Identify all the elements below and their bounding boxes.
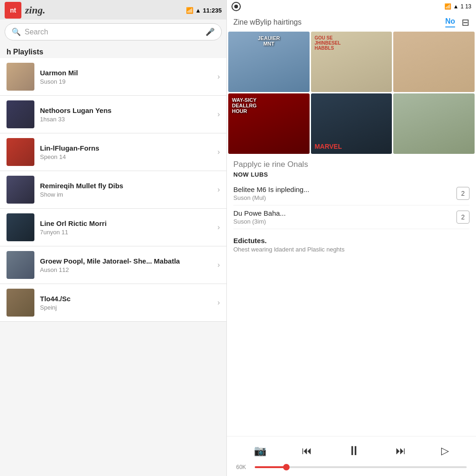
playlist-title: Tlo44./Sc bbox=[40, 295, 212, 303]
slider-label: 60K bbox=[236, 464, 250, 470]
next-button[interactable]: ⏭ bbox=[396, 445, 406, 457]
playlist-thumb bbox=[7, 289, 34, 317]
playlist-thumb bbox=[7, 251, 34, 279]
search-placeholder: Search bbox=[25, 28, 202, 36]
playlist-title: Nethoors Lugan Yens bbox=[40, 106, 212, 114]
playlist-thumb bbox=[7, 138, 34, 166]
grid-cell-4[interactable]: WAY-SICYDEALLRGHOUR bbox=[228, 93, 310, 154]
now-label: NOW LUBS bbox=[233, 171, 469, 178]
chevron-right-icon: › bbox=[218, 298, 220, 307]
right-header: Zine wBylip hairtings No ⊟ bbox=[227, 12, 476, 32]
playlist-info: Groew Poopl, Mile Jatorael- She... Mabat… bbox=[40, 257, 212, 273]
playlist-info: Nethoors Lugan Yens 1hsan 33 bbox=[40, 106, 212, 123]
grid-cell-1-label: JEAUIERMNT bbox=[232, 35, 306, 46]
left-status-icons: 📶 ▲ 11:235 bbox=[186, 7, 222, 14]
track-title-2: Du Powe Baha... bbox=[233, 209, 456, 217]
playlist-item[interactable]: Line Orl Rictic Morri 7unyon 11 › bbox=[0, 209, 226, 246]
time-display: 11:235 bbox=[203, 7, 222, 14]
playlist-sub: Show im bbox=[40, 191, 212, 198]
section-title: h Playlists bbox=[0, 44, 226, 58]
content-grid: JEAUIERMNT GOU SEJHINBESELHABBLS WAY-SIC… bbox=[227, 32, 476, 155]
playlist-title: Remireqih Mullet fly Dibs bbox=[40, 182, 212, 190]
logo-text: nt bbox=[10, 7, 16, 14]
edictutes-title: Edictutes. bbox=[233, 237, 469, 245]
playlist-title: Lin-lFlugan-Forns bbox=[40, 144, 212, 152]
search-icon: 🔍 bbox=[12, 27, 21, 36]
track-info-1: Belitee M6 Is inpleding... Suson (Mul) bbox=[233, 185, 456, 201]
chevron-right-icon: › bbox=[218, 261, 220, 269]
pause-button[interactable]: ⏸ bbox=[347, 443, 360, 458]
playlist-sub: 1hsan 33 bbox=[40, 116, 212, 123]
grid-cell-2-label: GOU SEJHINBESELHABBLS bbox=[315, 35, 389, 51]
slider-thumb bbox=[283, 464, 290, 470]
playlist-title: Uarmon Mil bbox=[40, 69, 212, 77]
right-signal-icon: ▲ bbox=[453, 3, 459, 10]
grid-cell-3[interactable] bbox=[393, 32, 475, 92]
camera-button[interactable]: 📷 bbox=[254, 445, 266, 457]
playlist-info: Tlo44./Sc Speinj bbox=[40, 295, 212, 311]
playlist-item[interactable]: Groew Poopl, Mile Jatorael- She... Mabat… bbox=[0, 246, 226, 284]
playlist-thumb bbox=[7, 213, 34, 241]
right-tab-button[interactable]: No bbox=[445, 17, 455, 27]
right-wifi-icon: 📶 bbox=[444, 3, 451, 10]
mic-icon: 🎤 bbox=[205, 27, 215, 36]
progress-slider[interactable] bbox=[255, 466, 467, 468]
playlist-title: Line Orl Rictic Morri bbox=[40, 219, 212, 227]
track-badge-1: 2 bbox=[456, 187, 469, 200]
right-panel: 📶 ▲ 1 13 Zine wBylip hairtings No ⊟ JEAU… bbox=[227, 0, 476, 476]
playlist-sub: 7unyon 11 bbox=[40, 229, 212, 236]
playlist-item[interactable]: Tlo44./Sc Speinj › bbox=[0, 284, 226, 322]
track-title-1: Belitee M6 Is inpleding... bbox=[233, 185, 456, 193]
track-item-2[interactable]: Du Powe Baha... Suson (3im) 2 bbox=[233, 205, 469, 229]
grid-cell-5[interactable]: MARVEL bbox=[311, 93, 392, 154]
track-item-1[interactable]: Belitee M6 Is inpleding... Suson (Mul) 2 bbox=[233, 182, 469, 205]
content-section: Papplyc ie rine Onals NOW LUBS Belitee M… bbox=[227, 155, 476, 232]
grid-cell-6[interactable] bbox=[393, 93, 475, 154]
chevron-right-icon: › bbox=[218, 185, 220, 194]
left-logo-area: nt zing. bbox=[5, 2, 45, 19]
playlist-info: Line Orl Rictic Morri 7unyon 11 bbox=[40, 219, 212, 236]
playlist-info: Lin-lFlugan-Forns Speon 14 bbox=[40, 144, 212, 160]
playlist-info: Uarmon Mil Suson 19 bbox=[40, 69, 212, 85]
playlist-sub: Auson 112 bbox=[40, 266, 212, 273]
prev-button[interactable]: ⏮ bbox=[302, 445, 312, 457]
search-bar[interactable]: 🔍 Search 🎤 bbox=[5, 23, 222, 40]
right-status-bar: 📶 ▲ 1 13 bbox=[227, 0, 476, 12]
track-sub-2: Suson (3im) bbox=[233, 218, 456, 225]
wifi-icon: 📶 bbox=[186, 7, 193, 14]
chevron-right-icon: › bbox=[218, 73, 220, 81]
track-sub-1: Suson (Mul) bbox=[233, 194, 456, 201]
grid-cell-2[interactable]: GOU SEJHINBESELHABBLS bbox=[311, 32, 392, 92]
left-status-bar: nt zing. 📶 ▲ 11:235 bbox=[0, 0, 226, 20]
playlist-item[interactable]: Nethoors Lugan Yens 1hsan 33 › bbox=[0, 96, 226, 133]
playlist-sub: Speinj bbox=[40, 304, 212, 311]
record-inner bbox=[234, 5, 238, 8]
playlist-item[interactable]: Uarmon Mil Suson 19 › bbox=[0, 58, 226, 96]
record-icon bbox=[231, 2, 241, 11]
playlist-sub: Speon 14 bbox=[40, 153, 212, 160]
grid-cell-5-label: MARVEL bbox=[315, 143, 389, 150]
left-panel: nt zing. 📶 ▲ 11:235 🔍 Search 🎤 h Playlis… bbox=[0, 0, 227, 476]
playlist-title: Groew Poopl, Mile Jatorael- She... Mabat… bbox=[40, 257, 212, 265]
chevron-right-icon: › bbox=[218, 148, 220, 156]
playlist-item[interactable]: Lin-lFlugan-Forns Speon 14 › bbox=[0, 133, 226, 171]
edictutes-sub: Ohest wearing ldadent and Plaslic neghts bbox=[233, 246, 469, 253]
logo-box: nt bbox=[5, 2, 21, 19]
playlist-thumb bbox=[7, 63, 34, 91]
slider-fill bbox=[255, 466, 286, 468]
signal-icon: ▲ bbox=[195, 7, 201, 14]
playlist-list: Uarmon Mil Suson 19 › Nethoors Lugan Yen… bbox=[0, 58, 226, 476]
playlist-thumb bbox=[7, 100, 34, 128]
player-controls: 📷 ⏮ ⏸ ⏭ ▷ bbox=[227, 436, 476, 462]
right-time: 1 13 bbox=[461, 3, 471, 10]
grid-cell-4-label: WAY-SICYDEALLRGHOUR bbox=[232, 97, 306, 114]
playlist-thumb bbox=[7, 176, 34, 204]
play-button[interactable]: ▷ bbox=[441, 445, 449, 457]
right-header-icon[interactable]: ⊟ bbox=[462, 17, 469, 28]
playlist-sub: Suson 19 bbox=[40, 78, 212, 85]
track-badge-2: 2 bbox=[456, 211, 469, 224]
playlist-item[interactable]: Remireqih Mullet fly Dibs Show im › bbox=[0, 171, 226, 209]
edictutes-section: Edictutes. Ohest wearing ldadent and Pla… bbox=[227, 232, 476, 258]
app-name: zing. bbox=[25, 4, 45, 16]
grid-cell-1[interactable]: JEAUIERMNT bbox=[228, 32, 310, 92]
